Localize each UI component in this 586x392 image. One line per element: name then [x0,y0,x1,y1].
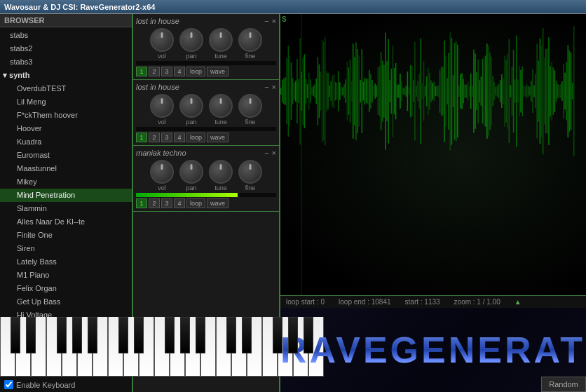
synth-minimize-0[interactable]: − [264,17,268,25]
fine-label: fine [245,184,256,191]
fine-knob[interactable] [238,160,262,184]
vol-label: vol [158,119,166,126]
synth-minimize-1[interactable]: − [264,83,268,91]
black-key-2[interactable] [26,317,36,353]
synth-btn-2[interactable]: 2 [149,67,160,76]
synth-minimize-2[interactable]: − [264,149,268,157]
loop-end: loop end : 10841 [339,298,391,306]
black-key-15[interactable] [288,317,298,353]
loop-start: loop start : 0 [286,298,325,306]
black-key-9[interactable] [165,317,175,353]
tune-knob[interactable] [209,94,233,118]
tune-knob[interactable] [209,160,233,184]
wave-btn-1[interactable]: wave [207,133,229,142]
enable-keyboard-label: Enable Keyboard [16,381,75,389]
synth-btn-3[interactable]: 3 [161,198,172,208]
browser-item[interactable]: Kuadra [0,135,132,149]
knob-group-tune: tune [209,94,233,126]
synth-close-1[interactable]: × [272,83,276,91]
browser-item[interactable]: Finite One [0,229,132,242]
synth-panel-1: lost in house−×volpantunefine1234loopwav… [133,80,279,146]
synth-panel-2: maniak techno−×volpantunefine1234loopwav… [133,146,279,212]
synth-btn-1[interactable]: 1 [136,198,147,208]
synth-btn-1[interactable]: 1 [136,67,147,76]
synth-knobs-1: volpantunefine [136,94,276,126]
vol-knob[interactable] [150,94,174,118]
synth-btn-3[interactable]: 3 [161,133,172,142]
knob-group-fine: fine [238,28,262,60]
browser-item[interactable]: stabs3 [0,55,132,69]
synth-btn-2[interactable]: 2 [149,133,160,142]
browser-item[interactable]: Get Up Bass [0,295,132,309]
browser-item[interactable]: OverdubTEST [0,82,132,95]
knob-group-fine: fine [238,94,262,126]
synth-btn-2[interactable]: 2 [149,198,160,208]
black-key-11[interactable] [226,317,236,353]
browser-item[interactable]: Lately Bass [0,255,132,269]
fine-label: fine [245,119,256,126]
browser-item[interactable]: ▾ synth [0,69,132,82]
browser-item[interactable]: Slammin [0,202,132,215]
browser-item[interactable]: Felix Organ [0,282,132,295]
synth-buttons-1: 1234loopwave [136,133,276,142]
vol-knob[interactable] [150,160,174,184]
synth-btn-4[interactable]: 4 [174,198,185,208]
synth-buttons-2: 1234loopwave [136,198,276,208]
synth-close-2[interactable]: × [272,149,276,157]
knob-group-pan: pan [179,28,203,60]
zoom-arrow[interactable]: ▲ [515,298,522,306]
enable-keyboard-checkbox[interactable] [4,380,13,389]
synth-knobs-0: volpantunefine [136,28,276,60]
wave-btn-2[interactable]: wave [207,198,229,208]
tune-label: tune [214,184,227,191]
black-key-16[interactable] [304,317,313,353]
black-key-5[interactable] [72,317,82,353]
browser-item[interactable]: stabs2 [0,42,132,55]
pan-knob[interactable] [179,160,203,184]
black-key-4[interactable] [57,317,67,353]
synth-close-0[interactable]: × [272,17,276,25]
fine-knob[interactable] [238,28,262,52]
black-key-7[interactable] [134,317,144,353]
black-key-10[interactable] [180,317,190,353]
black-key-14[interactable] [273,317,282,353]
black-key-11[interactable] [196,317,205,353]
synth-btn-4[interactable]: 4 [174,67,185,76]
black-key-6[interactable] [118,317,128,353]
black-key-1[interactable] [11,317,20,353]
enable-keyboard-container: Enable Keyboard [4,380,75,389]
start-pos: start : 1133 [405,298,440,306]
synth-btn-3[interactable]: 3 [161,67,172,76]
synth-btn-1[interactable]: 1 [136,133,147,142]
synth-title-2: maniak techno [136,149,186,157]
browser-item[interactable]: Siren [0,242,132,255]
browser-item[interactable]: F*ckThem hoover [0,109,132,122]
browser-item[interactable]: Hoover [0,122,132,135]
knob-group-vol: vol [150,94,174,126]
black-key-12[interactable] [242,317,252,353]
browser-item[interactable]: stabs [0,29,132,42]
black-key-6[interactable] [88,317,97,353]
browser-item[interactable]: Alles Naar De Kl--te [0,215,132,229]
waveform-info: loop start : 0 loop end : 10841 start : … [280,295,586,308]
browser-item[interactable]: M1 Piano [0,269,132,282]
loop-btn-0[interactable]: loop [186,67,205,76]
level-bar-0 [136,61,276,65]
tune-knob[interactable] [209,28,233,52]
browser-item[interactable]: Euromast [0,149,132,162]
browser-item[interactable]: Maastunnel [0,162,132,175]
loop-btn-1[interactable]: loop [186,133,205,142]
browser-item[interactable]: Mikey [0,175,132,189]
pan-knob[interactable] [179,28,203,52]
wave-btn-0[interactable]: wave [207,67,229,76]
loop-btn-2[interactable]: loop [186,198,205,208]
random-button[interactable]: Random [541,377,586,392]
browser-item[interactable]: Lil Meng [0,95,132,109]
pan-label: pan [186,119,196,126]
knob-group-tune: tune [209,160,233,191]
pan-knob[interactable] [179,94,203,118]
vol-knob[interactable] [150,28,174,52]
fine-knob[interactable] [238,94,262,118]
synth-btn-4[interactable]: 4 [174,133,185,142]
browser-item[interactable]: Mind Penetration [0,189,132,202]
